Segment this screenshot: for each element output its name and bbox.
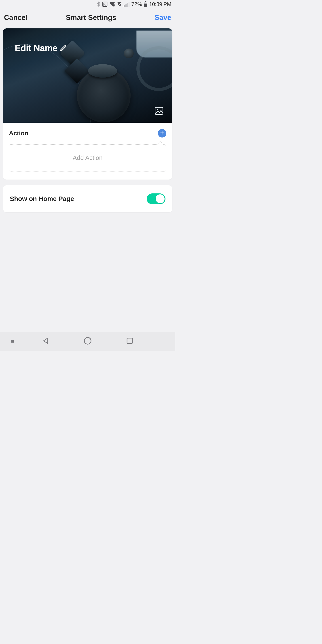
- svg-point-3: [113, 5, 114, 5]
- edit-name-button[interactable]: Edit Name: [15, 43, 67, 53]
- svg-rect-10: [128, 3, 128, 7]
- main-card: Edit Name Action: [3, 28, 172, 180]
- add-action-button[interactable]: [158, 129, 166, 138]
- svg-rect-20: [127, 338, 132, 344]
- action-heading: Action: [9, 130, 28, 137]
- page-title: Smart Settings: [66, 14, 116, 22]
- recents-icon[interactable]: [126, 337, 134, 346]
- svg-point-16: [157, 109, 158, 110]
- add-action-placeholder[interactable]: Add Action: [9, 144, 166, 172]
- svg-rect-4: [113, 5, 114, 6]
- pencil-icon: [59, 43, 67, 53]
- nav-assistant-icon[interactable]: [11, 340, 14, 342]
- home-icon[interactable]: [83, 336, 92, 346]
- svg-rect-9: [126, 4, 127, 7]
- home-page-toggle-label: Show on Home Page: [10, 195, 74, 202]
- android-nav-bar: [0, 332, 175, 350]
- nfc-icon: [102, 2, 108, 7]
- image-icon: [154, 112, 164, 116]
- cellular-signal-icon: [124, 2, 130, 7]
- do-not-disturb-icon: [117, 2, 122, 7]
- clock-text: 10:39 PM: [149, 1, 171, 8]
- home-page-toggle[interactable]: [147, 194, 166, 204]
- home-page-toggle-card: Show on Home Page: [3, 185, 172, 212]
- header-bar: Cancel Smart Settings Save: [0, 8, 175, 28]
- hero-image[interactable]: Edit Name: [3, 28, 172, 123]
- wifi-icon: [109, 2, 115, 6]
- svg-point-19: [84, 338, 91, 344]
- change-image-button[interactable]: [154, 106, 164, 116]
- plus-icon: [160, 130, 164, 136]
- cancel-button[interactable]: Cancel: [4, 14, 28, 22]
- svg-rect-8: [125, 4, 126, 7]
- save-button[interactable]: Save: [154, 14, 171, 22]
- bluetooth-icon: [96, 2, 100, 7]
- svg-rect-14: [144, 4, 147, 7]
- status-bar: 72% 10:39 PM: [0, 0, 175, 8]
- add-action-placeholder-text: Add Action: [73, 154, 103, 162]
- action-section: Action Add Action: [3, 123, 172, 180]
- svg-rect-11: [128, 2, 130, 7]
- back-icon[interactable]: [42, 337, 50, 346]
- edit-name-label: Edit Name: [15, 43, 58, 53]
- svg-rect-7: [124, 5, 124, 7]
- svg-rect-15: [155, 107, 163, 114]
- battery-percent-text: 72%: [131, 1, 142, 8]
- battery-icon: [144, 1, 147, 7]
